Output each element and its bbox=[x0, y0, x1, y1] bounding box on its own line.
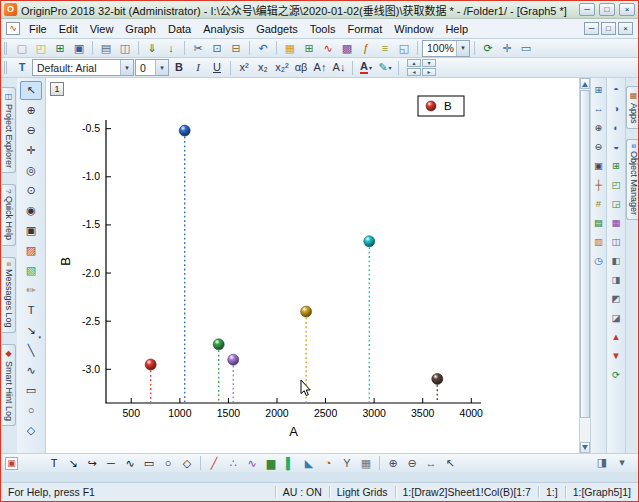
chevron-down-icon[interactable]: ▾ bbox=[155, 60, 168, 75]
new-notes-button[interactable]: ≡ bbox=[376, 40, 394, 57]
menu-file[interactable]: File bbox=[23, 21, 53, 37]
menu-view[interactable]: View bbox=[84, 21, 120, 37]
minimize-button[interactable]: ─ bbox=[579, 3, 595, 16]
close-button[interactable]: × bbox=[619, 3, 635, 16]
dock-handle-icon[interactable]: ▣ bbox=[5, 457, 18, 470]
superscript-button[interactable]: x² bbox=[235, 59, 253, 76]
menu-gadgets[interactable]: Gadgets bbox=[250, 21, 304, 37]
bold-button[interactable]: B bbox=[170, 59, 188, 76]
data-selector-tool-button[interactable]: ◉ bbox=[20, 201, 42, 220]
new-project-button[interactable]: ▢ bbox=[13, 40, 31, 57]
add-inset-data-button[interactable]: ◲ bbox=[609, 195, 624, 212]
extract-layers-button[interactable]: ◫ bbox=[609, 233, 624, 250]
new-matrix-button[interactable]: ▩ bbox=[338, 40, 356, 57]
panel-tab-quick-help[interactable]: ?Quick Help bbox=[2, 184, 16, 245]
menu-help[interactable]: Help bbox=[439, 21, 474, 37]
toolbar-grip[interactable] bbox=[4, 42, 9, 55]
print-button[interactable]: ▤ bbox=[97, 40, 115, 57]
subscript-button[interactable]: x₂ bbox=[254, 59, 272, 76]
cut-button[interactable]: ✂ bbox=[189, 40, 207, 57]
scrollbar-thumb[interactable] bbox=[580, 90, 590, 418]
panel-tab-project-explorer[interactable]: ◫Project Explorer bbox=[2, 87, 16, 173]
menu-graph[interactable]: Graph bbox=[119, 21, 162, 37]
paste-button[interactable]: ⊟ bbox=[227, 40, 245, 57]
panel-tab-messages-log[interactable]: ≡Messages Log bbox=[2, 257, 16, 333]
fit-page-button[interactable]: ▭ bbox=[517, 40, 535, 57]
add-inset-button[interactable]: ◰ bbox=[609, 176, 624, 193]
align-right-button[interactable]: ◨ bbox=[609, 271, 624, 288]
zoom-combo[interactable]: 100%▾ bbox=[422, 40, 470, 57]
whole-page-button[interactable]: ▣ bbox=[591, 157, 606, 174]
polyline-annotation-button[interactable]: ∿ bbox=[121, 455, 139, 472]
mdi-close-button[interactable]: × bbox=[618, 22, 633, 35]
save-project-button[interactable]: ▣ bbox=[70, 40, 88, 57]
bar-plot-button[interactable]: ▌ bbox=[281, 455, 299, 472]
toolbar-options-button[interactable]: ◨ bbox=[593, 454, 611, 471]
screen-reader-tool-button[interactable]: ◎ bbox=[20, 161, 42, 180]
rescale-axes-button[interactable]: ↔ bbox=[591, 100, 606, 117]
align-left-button[interactable]: ◧ bbox=[609, 252, 624, 269]
new-graph-button[interactable]: ∿ bbox=[319, 40, 337, 57]
text-tool-button[interactable]: T bbox=[20, 301, 42, 320]
panel-tab-object-manager[interactable]: ≡Object Manager bbox=[626, 139, 639, 221]
curved-arrow-button[interactable]: ↪ bbox=[83, 455, 101, 472]
line-color-button[interactable]: ✎▾ bbox=[376, 59, 394, 76]
menu-tools[interactable]: Tools bbox=[304, 21, 342, 37]
pointer-tool-button[interactable]: ↖ bbox=[20, 81, 42, 100]
polyline-tool-button[interactable]: ∿ bbox=[20, 361, 42, 380]
select-all-plots-tool-button[interactable]: ▣ bbox=[20, 221, 42, 240]
scroll-down-button[interactable] bbox=[580, 442, 590, 453]
line-annotation-button[interactable]: ─ bbox=[102, 455, 120, 472]
menu-data[interactable]: Data bbox=[162, 21, 197, 37]
align-top-button[interactable]: ◩ bbox=[609, 290, 624, 307]
area-plot-button[interactable]: ◣ bbox=[300, 455, 318, 472]
mini-button-1[interactable]: ▴ bbox=[407, 59, 421, 67]
underline-button[interactable]: U bbox=[208, 59, 226, 76]
bring-front-button[interactable]: ▲ bbox=[609, 328, 624, 345]
more-tools-button[interactable]: ▾ bbox=[613, 454, 631, 471]
unmask-tool-button[interactable]: ▧ bbox=[20, 261, 42, 280]
mini-button-2[interactable]: ▾ bbox=[422, 59, 436, 67]
import-wizard-button[interactable]: ⇓ bbox=[143, 40, 161, 57]
print-preview-button[interactable]: ◫ bbox=[116, 40, 134, 57]
restore-button[interactable]: □ bbox=[599, 3, 615, 16]
font-style-combo[interactable]: Default: Arial ▾ bbox=[32, 59, 134, 76]
layer-1-badge[interactable]: 1 bbox=[50, 82, 64, 96]
greek-button[interactable]: αβ bbox=[292, 59, 310, 76]
graph-window-icon[interactable]: ∿ bbox=[6, 22, 20, 35]
scale-in-tool-button[interactable]: ⊕ bbox=[20, 101, 42, 120]
pointer-select-button[interactable]: ↖ bbox=[441, 455, 459, 472]
mdi-restore-button[interactable]: □ bbox=[601, 22, 616, 35]
menu-analysis[interactable]: Analysis bbox=[197, 21, 250, 37]
rescale-button[interactable]: ✛ bbox=[498, 40, 516, 57]
open-excel-button[interactable]: ⊞ bbox=[51, 40, 69, 57]
add-top-axis-button[interactable]: ◓ bbox=[609, 81, 624, 98]
rescale-plot-button[interactable]: ↔ bbox=[422, 455, 440, 472]
mask-tool-button[interactable]: ▨ bbox=[20, 241, 42, 260]
double-y-plot-button[interactable]: Y bbox=[338, 455, 356, 472]
font-color-button[interactable]: A▾ bbox=[357, 59, 375, 76]
chevron-down-icon[interactable]: ▾ bbox=[120, 60, 133, 75]
mini-button-3[interactable]: ◂ bbox=[407, 68, 421, 76]
new-layer-button[interactable]: ⊞ bbox=[591, 81, 606, 98]
panel-tab-smart-hint-log[interactable]: ◆Smart Hint Log bbox=[2, 344, 16, 426]
new-folder-button[interactable]: ▦ bbox=[281, 40, 299, 57]
super-subscript-button[interactable]: x₂² bbox=[273, 59, 291, 76]
zoom-in-plot-button[interactable]: ⊕ bbox=[384, 455, 402, 472]
zoom-out-button[interactable]: ⊖ bbox=[591, 138, 606, 155]
line-symbol-plot-button[interactable]: ∿ bbox=[243, 455, 261, 472]
zoom-in-button[interactable]: ⊕ bbox=[591, 119, 606, 136]
import-ascii-button[interactable]: ↓ bbox=[162, 40, 180, 57]
decrease-font-button[interactable]: A↓ bbox=[330, 59, 348, 76]
send-back-button[interactable]: ▼ bbox=[609, 347, 624, 364]
font-size-combo[interactable]: 0 ▾ bbox=[135, 59, 169, 76]
refresh-button[interactable]: ⟳ bbox=[479, 40, 497, 57]
grid-toggle-button[interactable]: # bbox=[591, 195, 606, 212]
line-tool-button[interactable]: ╲ bbox=[20, 341, 42, 360]
pie-plot-button[interactable]: ◔ bbox=[319, 455, 337, 472]
column-plot-button[interactable]: ▆ bbox=[262, 455, 280, 472]
rectangle-annotation-button[interactable]: ▭ bbox=[140, 455, 158, 472]
italic-button[interactable]: I bbox=[189, 59, 207, 76]
menu-format[interactable]: Format bbox=[341, 21, 388, 37]
text-annotation-button[interactable]: T bbox=[45, 455, 63, 472]
